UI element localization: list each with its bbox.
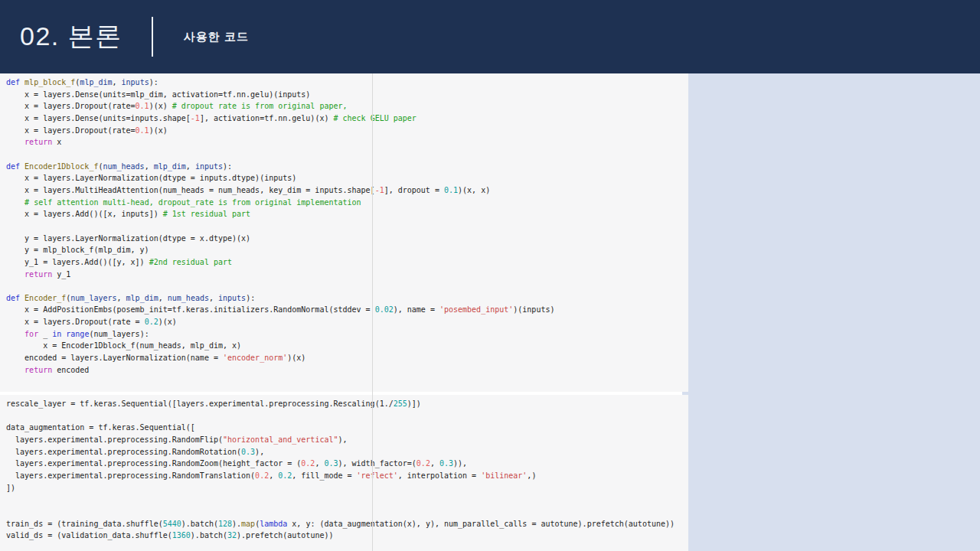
code-line: x = Encoder1Dblock_f(num_heads, mlp_dim,…	[6, 340, 688, 352]
code-block-pipeline: rescale_layer = tf.keras.Sequential([lay…	[0, 395, 688, 551]
slide-header: 02. 본론 사용한 코드	[0, 0, 980, 73]
code-line: x = layers.Dropout(rate = 0.2)(x)	[6, 316, 688, 328]
slide-subtitle: 사용한 코드	[184, 30, 249, 44]
code-line: # self attention multi-head, dropout_rat…	[6, 197, 688, 209]
code-line	[6, 148, 688, 161]
code-line: return x	[6, 136, 688, 148]
code-line	[6, 494, 688, 506]
code-line	[6, 506, 688, 518]
vertical-guide-line	[372, 73, 373, 551]
code-line: x = layers.Dropout(rate=0.1)(x) # dropou…	[6, 100, 688, 112]
presentation-slide: 02. 본론 사용한 코드 def mlp_block_f(mlp_dim, i…	[0, 0, 980, 551]
code-line: return encoded	[6, 364, 688, 377]
code-line: y = mlp_block_f(mlp_dim, y)	[6, 244, 688, 256]
code-line: y = layers.LayerNormalization(dtype = x.…	[6, 233, 688, 245]
code-block-functions: def mlp_block_f(mlp_dim, inputs): x = la…	[0, 73, 688, 392]
code-line: def Encoder1Dblock_f(num_heads, mlp_dim,…	[6, 161, 688, 173]
section-title: 02. 본론	[20, 19, 122, 54]
right-side-panel	[682, 73, 980, 551]
code-line	[6, 220, 688, 233]
code-line	[6, 280, 688, 292]
code-line: ])	[6, 482, 688, 494]
code-line: for _ in range(num_layers):	[6, 328, 688, 341]
code-line: data_augmentation = tf.keras.Sequential(…	[6, 422, 688, 434]
code-line: x = layers.LayerNormalization(dtype = in…	[6, 172, 688, 184]
code-line: x = layers.Dropout(rate=0.1)(x)	[6, 125, 688, 137]
code-line: x = layers.Dense(units=inputs.shape[-1],…	[6, 112, 688, 125]
code-line: x = layers.Dense(units=mlp_dim, activati…	[6, 89, 688, 101]
code-line: return y_1	[6, 269, 688, 281]
code-line: x = layers.MultiHeadAttention(num_heads …	[6, 184, 688, 197]
code-line: x = layers.Add()([x, inputs]) # 1st resi…	[6, 208, 688, 220]
code-line: layers.experimental.preprocessing.Random…	[6, 470, 688, 482]
code-line: def mlp_block_f(mlp_dim, inputs):	[6, 77, 688, 89]
code-line: layers.experimental.preprocessing.Random…	[6, 446, 688, 458]
code-line: encoded = layers.LayerNormalization(name…	[6, 352, 688, 364]
code-line: y_1 = layers.Add()([y, x]) #2nd residual…	[6, 256, 688, 269]
header-divider	[152, 17, 153, 57]
slide-content: def mlp_block_f(mlp_dim, inputs): x = la…	[0, 73, 980, 551]
code-line: def Encoder_f(num_layers, mlp_dim, num_h…	[6, 292, 688, 305]
code-line: train_ds = (training_data.shuffle(5440).…	[6, 518, 688, 530]
code-line: layers.experimental.preprocessing.Random…	[6, 458, 688, 470]
code-line: valid_ds = (validation_data.shuffle(1360…	[6, 530, 688, 542]
code-line: layers.experimental.preprocessing.Random…	[6, 434, 688, 446]
code-line: x = AddPositionEmbs(posemb_init=tf.keras…	[6, 304, 688, 316]
code-line: rescale_layer = tf.keras.Sequential([lay…	[6, 398, 688, 410]
code-line	[6, 410, 688, 422]
